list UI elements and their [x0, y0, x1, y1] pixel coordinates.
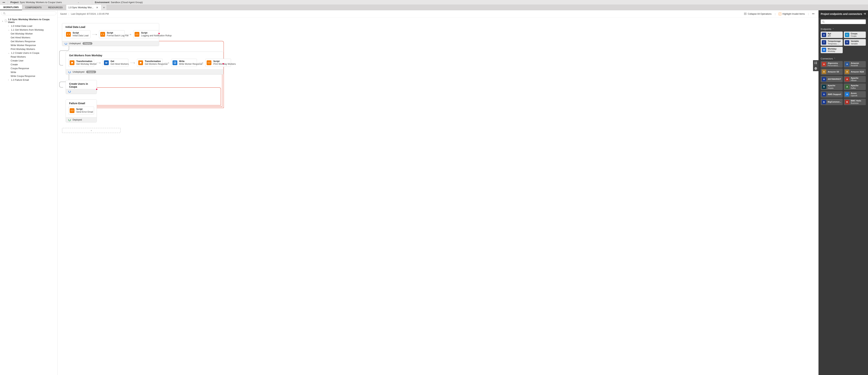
step-name: Get Workday Worker	[76, 63, 97, 65]
endpoints-section-header[interactable]: Endpoints ⌃	[821, 27, 866, 32]
operation-step[interactable]: Script Initial Data Load	[65, 30, 90, 38]
operation-step[interactable]: W Get Get Hired Workers	[103, 59, 128, 67]
project-selector[interactable]: Project: Sync Workday Workers to Coupa U…	[8, 0, 92, 5]
operation-step[interactable]: Script Print Workday Workers	[205, 59, 231, 67]
connector-search-input[interactable]	[821, 20, 866, 24]
workday-icon: W	[104, 60, 109, 65]
card-name: ANYMARKET	[828, 78, 841, 80]
connectors-section-header[interactable]: Connectors ⌃	[821, 56, 866, 61]
svg-rect-10	[815, 63, 815, 64]
connector-card[interactable]: B BigCommer...	[821, 99, 843, 105]
connector-card[interactable]: A Amazon S3	[821, 68, 843, 75]
connector-card[interactable]: A AWS Support	[821, 91, 843, 97]
operation-title[interactable]: Initial Data Load	[62, 23, 159, 29]
card-sub: Business	[851, 102, 861, 104]
operation-step[interactable]: Transformation Get Workers Response	[137, 59, 163, 67]
connector-card[interactable]: A Apache HBase	[844, 76, 866, 82]
endpoint-card[interactable]: W Workday Workday	[821, 47, 843, 53]
tree-leaf[interactable]: Read Workers	[10, 55, 56, 59]
connector-icon: A	[845, 77, 849, 82]
checkbox-icon: ✓	[779, 13, 781, 15]
svg-rect-11	[816, 63, 817, 64]
endpoint-card[interactable]: V Variable Variable	[844, 39, 866, 46]
tree-item[interactable]: ⌄ 1.2 Create Users in Coupa	[8, 51, 56, 55]
connector-card[interactable]: A Algonomy Personaliza...	[821, 61, 843, 67]
global-panel-toggle[interactable]	[813, 66, 818, 71]
document-tab[interactable]: 1.0 Sync Workday Wor... ✕	[66, 5, 101, 10]
card-name: Amazon SQS	[851, 70, 864, 73]
card-name: Algonomy	[828, 62, 839, 64]
tab-workflows[interactable]: WORKFLOWS	[0, 5, 22, 10]
endpoint-card[interactable]: C Coupa Coupa	[844, 32, 866, 38]
tree-leaf[interactable]: Print Workday Workers	[10, 47, 56, 51]
arrow-icon: ──▸	[164, 61, 169, 64]
chevron-up-icon: ⌃	[834, 58, 835, 60]
operation-step[interactable]: Transformation Get Workday Worker	[68, 59, 94, 67]
tree-leaf[interactable]: Coupa Response	[10, 66, 56, 70]
tree-root[interactable]: ⌄ 1.0 Sync Workday Workers to Coupa User…	[1, 18, 56, 24]
connector-card[interactable]: A Amazon Redshift	[844, 61, 866, 67]
deploy-button[interactable]: Deploy	[83, 42, 92, 45]
collapse-all-button[interactable]: Collapse All Operations	[742, 12, 773, 16]
environment-selector[interactable]: Environment: Sandbox (Cloud Agent Group)	[92, 0, 145, 5]
tree-leaf[interactable]: Create	[10, 63, 56, 66]
tree-leaf[interactable]: Get Workday Worker	[10, 32, 56, 36]
deploy-button[interactable]: Deploy	[86, 70, 96, 73]
components-panel-toggle[interactable]	[813, 60, 818, 66]
operation-step[interactable]: Write Write Worker Response	[171, 59, 197, 67]
collapse-icon	[744, 12, 747, 15]
operation-title[interactable]: Get Workers from Workday	[66, 52, 223, 58]
connector-card[interactable]: A Azure OpenAI	[844, 91, 866, 97]
tree-item[interactable]: › 1.0 Initial Data Load	[8, 24, 56, 28]
operation-step[interactable]: Script Format Batch Log File	[99, 30, 125, 38]
menu-dots[interactable]: •••	[0, 0, 8, 5]
connector-icon: W	[822, 48, 826, 52]
more-menu[interactable]: •••	[811, 12, 816, 16]
tree-item-label: 1.1 Get Workers from Workday	[11, 28, 44, 31]
chevron-down-icon: ⌄	[2, 20, 4, 22]
tree-leaf[interactable]: Write Coupa Response	[10, 74, 56, 78]
transform-icon	[70, 60, 74, 65]
connector-card[interactable]: A Apache Impala	[821, 84, 843, 90]
tree-leaf-label: Write Coupa Response	[11, 75, 35, 78]
connector-icon: A	[845, 69, 849, 74]
connector-card[interactable]: A Apache Kafka	[844, 84, 866, 90]
endpoint-card[interactable]: T Tempstorage Temporary ...	[821, 39, 843, 46]
tree-leaf[interactable]: Get Hired Workers	[10, 36, 56, 39]
tree-item[interactable]: ⌄ 1.1 Get Workers from Workday	[8, 28, 56, 32]
tree-item[interactable]: › 1.3 Failure Email	[8, 78, 56, 82]
tree-search-input[interactable]	[1, 11, 56, 15]
connector-card[interactable]: B BMC Helix Business	[844, 99, 866, 105]
arrow-icon: ──▸	[96, 61, 101, 64]
tab-components[interactable]: COMPONENTS	[22, 5, 45, 10]
tree-leaf[interactable]: Write Worker Response	[10, 43, 56, 47]
svg-line-1	[5, 14, 5, 14]
tab-resources[interactable]: RESOURCES	[45, 5, 66, 10]
connector-icon: A	[845, 92, 849, 96]
connector-icon: V	[845, 40, 849, 45]
operation-title[interactable]: Create Users in Coupa	[66, 80, 97, 89]
document-tab-title: 1.0 Sync Workday Wor...	[68, 6, 94, 9]
card-name: Azure	[851, 92, 857, 94]
tree-leaf[interactable]: Create User	[10, 59, 56, 63]
tree-leaf-label: Get Hired Workers	[11, 36, 30, 39]
operation-title[interactable]: Failure Email	[66, 99, 97, 106]
operation-step[interactable]: Script Logging and Notification Rollup	[133, 30, 159, 38]
add-tab-button[interactable]	[101, 5, 107, 10]
connector-card[interactable]: A Amazon SQS	[844, 68, 866, 75]
tree-leaf[interactable]: Write	[10, 70, 56, 74]
highlight-invalid-button[interactable]: ✓ Highlight Invalid Items	[777, 12, 806, 16]
endpoint-card[interactable]: A Api API	[821, 32, 843, 38]
operation-step[interactable]: Script Send Error Email	[68, 107, 94, 115]
collapse-panel-button[interactable]	[863, 12, 866, 16]
chevron-down-icon: ⌄	[8, 29, 10, 31]
step-type: Transformation	[145, 60, 168, 63]
status-ring-icon	[65, 42, 67, 45]
card-sub: Variable	[851, 42, 859, 45]
card-name: Variable	[851, 40, 859, 42]
add-operation-button[interactable]: +	[62, 128, 121, 133]
tree-leaf[interactable]: Get Workers Response	[10, 39, 56, 43]
close-icon[interactable]: ✕	[95, 6, 99, 9]
connector-icon: A	[845, 85, 849, 89]
connector-card[interactable]: A ANYMARKET	[821, 76, 843, 82]
